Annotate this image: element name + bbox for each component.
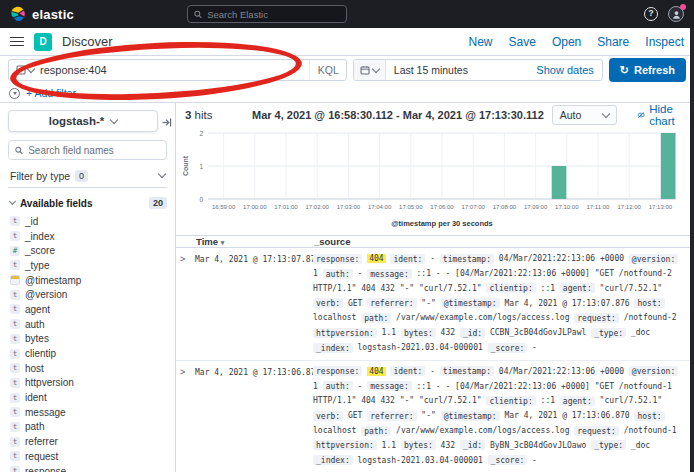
field-search[interactable] (8, 140, 167, 160)
hide-chart-button[interactable]: Hide chart (637, 103, 685, 127)
chevron-down-icon (27, 64, 35, 72)
string-field-icon: t (10, 290, 20, 300)
saved-query-icon[interactable] (16, 65, 34, 75)
hits-bar: 3 hits Mar 4, 2021 @ 16:58:30.112 - Mar … (176, 103, 694, 127)
field-item-agent[interactable]: tagent (8, 302, 167, 317)
field-chip[interactable]: ident: (390, 254, 425, 264)
field-chip[interactable]: clientip: (486, 283, 535, 293)
field-chip[interactable]: auth: (323, 269, 353, 279)
expand-row-icon[interactable]: > (180, 365, 195, 469)
field-chip[interactable]: _score: (488, 455, 528, 465)
field-item-response[interactable]: tresponse (8, 464, 167, 472)
field-chip[interactable]: _type: (591, 440, 626, 450)
field-chip[interactable]: _index: (313, 343, 353, 353)
save-button[interactable]: Save (509, 35, 536, 49)
time-range-value[interactable]: Last 15 minutes (386, 64, 476, 76)
field-item-_type[interactable]: t_type (8, 258, 167, 273)
field-chip[interactable]: host: (634, 411, 664, 421)
field-chip[interactable]: ident: (390, 366, 425, 376)
field-chip[interactable]: message: (367, 381, 412, 391)
index-pattern-select[interactable]: logstash-* (8, 110, 158, 132)
filter-by-type-toggle[interactable]: Filter by type 0 (8, 167, 167, 188)
field-chip[interactable]: auth: (323, 381, 353, 391)
field-item-host[interactable]: thost (8, 361, 167, 376)
field-chip[interactable]: httpversion: (313, 440, 377, 450)
field-chip[interactable]: referrer: (367, 298, 416, 308)
field-chip[interactable]: @version: (629, 254, 678, 264)
field-chip[interactable]: _id: (460, 440, 485, 450)
time-column-header[interactable]: Time ▾ (196, 236, 314, 247)
field-chip[interactable]: request: (574, 313, 619, 323)
field-item-bytes[interactable]: tbytes (8, 332, 167, 347)
user-avatar[interactable] (668, 6, 684, 22)
field-chip[interactable]: @timestamp: (441, 298, 500, 308)
field-chip[interactable]: response: (313, 254, 362, 264)
field-chip[interactable]: agent: (560, 283, 595, 293)
field-chip[interactable]: _type: (591, 328, 626, 338)
field-chip[interactable]: verb: (313, 411, 343, 421)
field-chip[interactable]: response: (313, 366, 362, 376)
histogram-chart[interactable]: 01216:59:0017:00:0017:01:0017:02:0017:03… (180, 127, 688, 229)
query-input[interactable]: response:404 KQL (8, 59, 347, 81)
field-item-request[interactable]: trequest (8, 449, 167, 464)
field-chip[interactable]: host: (634, 298, 664, 308)
menu-icon[interactable] (10, 37, 24, 47)
field-item-_index[interactable]: t_index (8, 229, 167, 244)
field-item-auth[interactable]: tauth (8, 317, 167, 332)
field-item-message[interactable]: tmessage (8, 405, 167, 420)
open-button[interactable]: Open (552, 35, 581, 49)
query-text[interactable]: response:404 (40, 64, 107, 76)
available-fields-header[interactable]: Available fields 20 (8, 197, 167, 209)
global-search-input[interactable] (207, 9, 340, 20)
global-search[interactable] (187, 5, 347, 23)
help-icon[interactable]: ? (644, 7, 658, 21)
field-chip[interactable]: bytes: (401, 328, 436, 338)
interval-select[interactable]: Auto (552, 105, 617, 125)
field-item-httpversion[interactable]: thttpversion (8, 376, 167, 391)
sort-desc-icon[interactable]: ▾ (221, 239, 225, 246)
field-chip[interactable]: @timestamp: (441, 411, 500, 421)
field-chip[interactable]: _score: (488, 343, 528, 353)
field-chip[interactable]: @version: (629, 366, 678, 376)
field-chip[interactable]: request: (574, 426, 619, 436)
table-row: >Mar 4, 2021 @ 17:13:07.876response: 404… (176, 248, 694, 361)
field-chip[interactable]: path: (361, 313, 391, 323)
expand-row-icon[interactable]: > (180, 252, 195, 356)
discover-app-icon[interactable]: D (34, 33, 52, 51)
field-search-input[interactable] (28, 145, 160, 156)
field-name: auth (25, 319, 44, 330)
svg-text:17:04:00: 17:04:00 (368, 204, 392, 210)
field-chip[interactable]: clientip: (486, 396, 535, 406)
new-button[interactable]: New (469, 35, 493, 49)
add-filter-button[interactable]: + Add filter (26, 87, 76, 99)
elastic-logo[interactable]: elastic (10, 6, 74, 22)
field-item-_score[interactable]: #_score (8, 243, 167, 258)
field-chip[interactable]: bytes: (401, 440, 436, 450)
field-chip[interactable]: verb: (313, 298, 343, 308)
field-chip[interactable]: message: (367, 269, 412, 279)
field-chip[interactable]: referrer: (367, 411, 416, 421)
field-item-path[interactable]: tpath (8, 420, 167, 435)
quick-select-button[interactable] (354, 60, 386, 80)
field-item-_id[interactable]: t_id (8, 214, 167, 229)
field-item-@version[interactable]: t@version (8, 287, 167, 302)
field-item-@timestamp[interactable]: @timestamp (8, 273, 167, 288)
field-item-ident[interactable]: tident (8, 390, 167, 405)
string-field-icon: t (10, 231, 20, 241)
field-item-clientip[interactable]: tclientip (8, 346, 167, 361)
show-dates-button[interactable]: Show dates (536, 64, 601, 76)
inspect-button[interactable]: Inspect (645, 35, 684, 49)
query-language-button[interactable]: KQL (309, 60, 339, 80)
field-chip[interactable]: _id: (460, 328, 485, 338)
field-chip[interactable]: timestamp: (440, 254, 494, 264)
collapse-sidebar-icon[interactable] (162, 113, 172, 131)
share-button[interactable]: Share (597, 35, 629, 49)
field-chip[interactable]: httpversion: (313, 328, 377, 338)
field-item-referrer[interactable]: treferrer (8, 434, 167, 449)
field-chip[interactable]: agent: (560, 396, 595, 406)
field-chip[interactable]: timestamp: (440, 366, 494, 376)
field-chip[interactable]: path: (361, 426, 391, 436)
filter-options-icon[interactable] (9, 88, 20, 99)
field-chip[interactable]: _index: (313, 455, 353, 465)
refresh-button[interactable]: ↻ Refresh (609, 58, 686, 82)
